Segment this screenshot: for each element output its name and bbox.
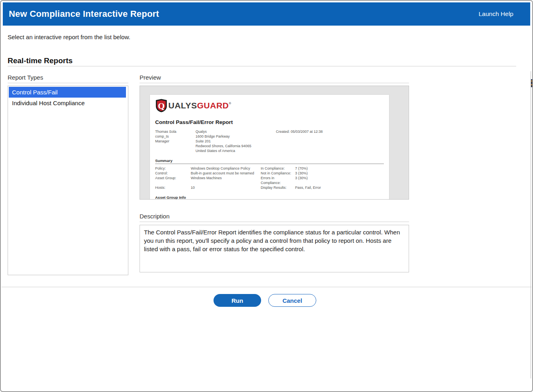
summary-value: Pass, Fail, Error [295, 185, 384, 190]
preview-pane: Q UALYSGUARD® Control Pass/Fail/Error Re… [140, 86, 409, 200]
report-created-timestamp: Created: 05/03/2007 at 12:38 [276, 129, 384, 153]
address-line: Qualys [196, 129, 276, 134]
description-label: Description [140, 213, 170, 220]
address-line: Redwood Shores, California 94065 [196, 144, 276, 148]
report-address-block: Qualys 1600 Bridge Parkway Suite 201 Red… [196, 129, 276, 153]
summary-label: Not in Compliance: [261, 171, 295, 176]
summary-value: 10 [191, 185, 261, 190]
address-line: Suite 201 [196, 139, 276, 144]
footer-divider [2, 287, 531, 287]
summary-value: Windows Desktop Compliance Policy [191, 166, 261, 171]
summary-grid: Policy: Windows Desktop Compliance Polic… [155, 166, 384, 190]
qualysguard-shield-icon: Q [155, 99, 168, 112]
summary-label: Control: [155, 171, 191, 176]
qualysguard-logo: Q UALYSGUARD® [155, 99, 384, 112]
logo-text-ualys: UALYS [168, 101, 197, 110]
dialog-header: New Compliance Interactive Report Launch… [3, 2, 530, 26]
summary-value: 7 (70%) [295, 166, 384, 171]
summary-heading: Summary [155, 158, 384, 163]
summary-label: Errors in Compliance: [261, 176, 295, 185]
dialog-window: New Compliance Interactive Report Launch… [0, 0, 533, 392]
summary-label: Policy: [155, 166, 191, 171]
report-user-block: Thomas Sola comp_ts Manager [155, 129, 196, 153]
list-item-control-pass-fail[interactable]: Control Pass/Fail [9, 87, 126, 98]
intro-text: Select an interactive report from the li… [8, 34, 130, 40]
report-types-divider [8, 83, 128, 83]
scrollbar-fragment[interactable] [531, 79, 533, 87]
section-divider [8, 66, 516, 66]
summary-value: 3 (30%) [295, 171, 384, 176]
preview-label: Preview [140, 74, 161, 81]
list-item-individual-host-compliance[interactable]: Individual Host Compliance [9, 98, 126, 108]
asset-group-info-heading: Asset Group Info [155, 195, 384, 200]
summary-value: Windows Machines [191, 176, 261, 185]
report-title: Control Pass/Fail/Error Report [155, 119, 384, 125]
launch-help-link[interactable]: Launch Help [479, 10, 513, 18]
logo-text-guard: GUARD [197, 101, 229, 110]
summary-value: 3 (30%) [295, 176, 384, 185]
description-text: The Control Pass/Fail/Error Report ident… [140, 225, 409, 272]
address-line: United States of America [196, 148, 276, 153]
user-login: comp_ts [155, 134, 196, 139]
summary-value: Built-in guest account must be renamed [191, 171, 261, 176]
report-types-listbox: Control Pass/Fail Individual Host Compli… [8, 86, 128, 275]
logo-registered-mark: ® [229, 102, 231, 105]
background-panel-edge [531, 71, 531, 378]
cancel-button[interactable]: Cancel [268, 294, 316, 307]
summary-rule [155, 164, 384, 164]
summary-label: Display Results: [261, 185, 295, 190]
report-info-block: Thomas Sola comp_ts Manager Qualys 1600 … [155, 129, 384, 153]
preview-divider [140, 83, 409, 83]
svg-text:Q: Q [158, 101, 165, 111]
description-divider [140, 222, 409, 222]
summary-label: Hosts: [155, 185, 191, 190]
summary-label: In Compliance: [261, 166, 295, 171]
run-button[interactable]: Run [214, 294, 261, 307]
report-preview-page: Q UALYSGUARD® Control Pass/Fail/Error Re… [150, 95, 389, 200]
user-name: Thomas Sola [155, 129, 196, 134]
user-role: Manager [155, 139, 196, 144]
report-types-label: Report Types [8, 74, 43, 81]
address-line: 1600 Bridge Parkway [196, 134, 276, 139]
dialog-title: New Compliance Interactive Report [9, 9, 159, 19]
summary-label: Asset Group: [155, 176, 191, 185]
section-title: Real-time Reports [8, 56, 73, 65]
